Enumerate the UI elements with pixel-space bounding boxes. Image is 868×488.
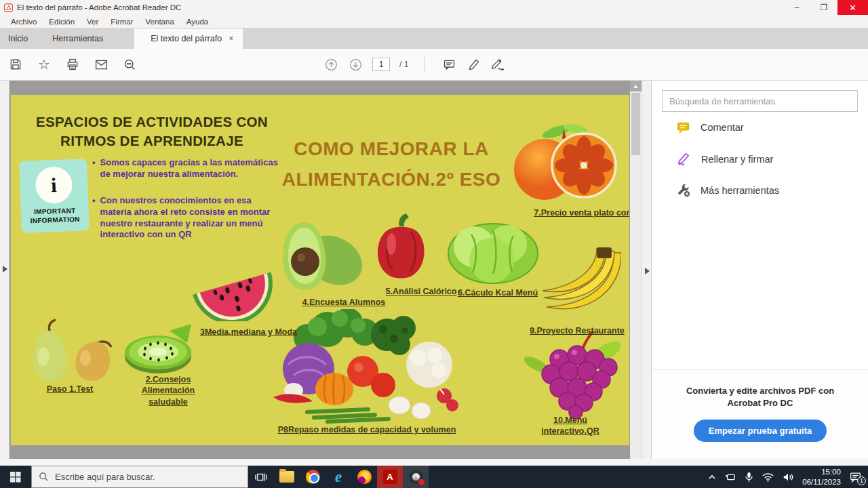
document-viewport: ESPACIOS DE ACTIVIDADES CON RITMOS DE AP…	[0, 81, 651, 459]
tab-bar: Inicio Herramientas El texto del párrafo…	[0, 28, 868, 49]
email-icon[interactable]	[94, 57, 108, 72]
acrobat-file-icon	[4, 3, 13, 12]
watermelon-illustration	[189, 259, 277, 321]
windows-taskbar: Escribe aquí para buscar. e A	[0, 466, 868, 488]
sign-icon[interactable]	[490, 57, 505, 72]
previous-page-icon[interactable]	[323, 57, 338, 72]
bullet-list: • Somos capaces gracias a las matemática…	[92, 157, 281, 256]
info-icon: i	[35, 166, 73, 204]
right-panel-expand-icon[interactable]	[645, 268, 650, 274]
firefox-icon[interactable]	[351, 466, 377, 488]
print-icon[interactable]	[65, 57, 80, 72]
scroll-up-icon[interactable]: ▲	[630, 81, 642, 92]
comment-bubble-icon	[676, 120, 691, 135]
windows-logo-icon	[10, 472, 21, 483]
bullet-item: • Con nuestros conocimientos en esa mate…	[92, 195, 281, 241]
step-6-label[interactable]: 6.Cáculo Kcal Menú	[450, 287, 545, 298]
page-total-label: / 1	[399, 60, 408, 69]
step-2-label[interactable]: 2.Consejos Alimentación saludable	[127, 374, 209, 407]
internet-explorer-icon[interactable]: e	[326, 466, 351, 488]
grapes-illustration	[517, 329, 627, 419]
page-number-input[interactable]: 1	[372, 58, 390, 71]
notification-center-icon[interactable]: 1	[850, 472, 861, 483]
save-icon[interactable]	[8, 57, 23, 72]
next-page-icon[interactable]	[348, 57, 363, 72]
menu-firmar[interactable]: Firmar	[105, 16, 138, 27]
tools-panel: Comentar Rellenar y firmar Más herramien…	[651, 81, 868, 459]
pepper-illustration	[371, 211, 432, 285]
info-card-label: IMPORTANT INFORMATION	[30, 207, 80, 226]
title-bar: El texto del párrafo - Adobe Acrobat Rea…	[0, 0, 868, 15]
pdf-page: ESPACIOS DE ACTIVIDADES CON RITMOS DE AP…	[11, 95, 629, 445]
important-information-card: i IMPORTANT INFORMATION	[19, 159, 90, 232]
minimize-button[interactable]: –	[783, 0, 810, 15]
menu-edicion[interactable]: Edición	[43, 16, 80, 27]
tool-rellenar-firmar[interactable]: Rellenar y firmar	[652, 143, 868, 175]
volume-icon[interactable]	[783, 472, 793, 482]
tools-search-box[interactable]	[662, 90, 858, 112]
promo-text: Convierta y edite archivos PDF con Acrob…	[675, 385, 845, 409]
device-icon[interactable]	[725, 472, 736, 482]
window-title: El texto del párrafo - Adobe Acrobat Rea…	[17, 3, 181, 12]
vertical-scrollbar[interactable]: ▲	[630, 81, 642, 459]
comment-icon[interactable]	[441, 57, 456, 72]
avocado-illustration	[271, 218, 363, 297]
task-view-icon[interactable]	[248, 466, 274, 488]
main-toolbar: ☆ 1	[0, 49, 868, 81]
tool-comentar[interactable]: Comentar	[652, 112, 868, 143]
tab-herramientas[interactable]: Herramientas	[40, 28, 115, 49]
favorites-star-icon[interactable]: ☆	[37, 57, 52, 72]
tab-close-icon[interactable]: ×	[229, 34, 233, 43]
menu-ver[interactable]: Ver	[81, 16, 104, 27]
obs-icon[interactable]	[403, 466, 429, 488]
highlighter-icon[interactable]	[466, 57, 481, 72]
wifi-icon[interactable]	[762, 472, 774, 482]
left-panel-expand-icon[interactable]	[3, 266, 7, 272]
pears-illustration	[18, 316, 126, 389]
search-icon[interactable]	[122, 57, 137, 72]
tab-document[interactable]: El texto del párrafo ×	[134, 28, 243, 49]
tab-inicio[interactable]: Inicio	[0, 28, 40, 49]
start-free-trial-button[interactable]: Empezar prueba gratuita	[694, 420, 827, 442]
tray-expand-icon[interactable]	[708, 473, 716, 481]
infographic-heading: ESPACIOS DE ACTIVIDADES CON RITMOS DE AP…	[26, 113, 278, 150]
restore-button[interactable]: ❐	[810, 0, 837, 15]
right-panel-strip	[642, 81, 651, 459]
recording-dot	[418, 479, 425, 485]
kiwi-illustration	[122, 321, 197, 378]
scrollbar-thumb[interactable]	[631, 93, 640, 155]
step-8-label[interactable]: P8Repaso medidas de capacidad y volumen	[275, 424, 458, 435]
step-1-label[interactable]: Paso 1.Test	[33, 384, 107, 394]
start-button[interactable]	[0, 466, 31, 488]
microphone-icon[interactable]	[745, 472, 753, 483]
menu-ventana[interactable]: Ventana	[140, 16, 180, 27]
tools-search-input[interactable]	[669, 96, 850, 106]
step-9-label[interactable]: 9.Proyecto Restaurante	[526, 325, 628, 336]
step-4-label[interactable]: 4.Encuesta Alumnos	[293, 297, 395, 308]
window-bottom-edge	[0, 459, 868, 466]
taskbar-search-placeholder: Escribe aquí para buscar.	[55, 472, 155, 482]
toolbar-divider	[425, 56, 425, 73]
clock-date: 06/11/2023	[802, 477, 841, 487]
menu-bar: Archivo Edición Ver Firmar Ventana Ayuda	[0, 15, 868, 28]
clock-time: 15:00	[802, 467, 841, 477]
orange-illustration	[509, 122, 618, 205]
menu-archivo[interactable]: Archivo	[5, 16, 42, 27]
tool-mas-herramientas[interactable]: Más herramientas	[652, 175, 868, 206]
acrobat-promo: Convierta y edite archivos PDF con Acrob…	[652, 369, 868, 459]
close-button[interactable]: ✕	[837, 0, 868, 15]
step-3-label[interactable]: 3Media,mediana y Moda	[193, 327, 304, 338]
taskbar-search-icon	[39, 472, 49, 482]
infographic-title: COMO MEJORAR LA ALIMENTACIÓN.2º ESO	[269, 134, 514, 195]
file-explorer-icon[interactable]	[274, 466, 300, 488]
chrome-icon[interactable]	[300, 466, 326, 488]
acrobat-taskbar-icon[interactable]: A	[377, 466, 403, 488]
menu-ayuda[interactable]: Ayuda	[181, 16, 214, 27]
taskbar-clock[interactable]: 15:00 06/11/2023	[802, 467, 841, 487]
taskbar-search[interactable]: Escribe aquí para buscar.	[31, 466, 248, 488]
step-10-label[interactable]: 10.Menú interactivo.QR	[526, 415, 614, 437]
bananas-illustration	[526, 247, 621, 322]
notification-badge: 1	[857, 476, 866, 485]
step-7-label[interactable]: 7.Precio venta plato comida	[533, 207, 629, 218]
fill-sign-pen-icon	[676, 151, 692, 167]
